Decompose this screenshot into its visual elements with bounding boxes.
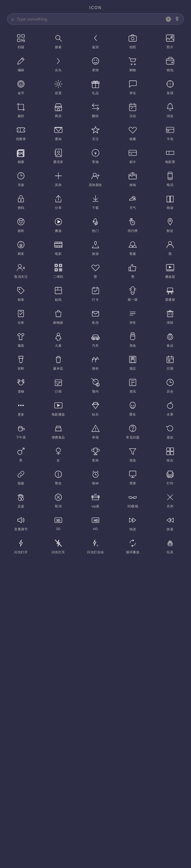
icon-item-star[interactable]: 关注 bbox=[77, 122, 114, 145]
icon-item-share[interactable]: 分享 bbox=[39, 191, 76, 214]
icon-item-dm[interactable]: 私信 bbox=[77, 305, 114, 329]
icon-item-qrcode[interactable]: 二维码 bbox=[39, 259, 76, 282]
icon-item-children[interactable]: 儿童 bbox=[39, 329, 76, 351]
icon-item-player[interactable]: 播放器 bbox=[152, 259, 189, 282]
icon-item-review[interactable]: 评价 bbox=[114, 305, 151, 329]
icon-item-activity[interactable]: 活动 bbox=[114, 99, 151, 122]
icon-item-play[interactable]: 播放 bbox=[39, 214, 76, 237]
icon-item-3d[interactable]: 3D3D bbox=[39, 512, 76, 535]
icon-item-diamond[interactable]: 钻石 bbox=[77, 397, 114, 420]
icon-item-fastfwd[interactable]: 快进 bbox=[114, 512, 151, 535]
icon-item-vipseat[interactable]: VIPvip座 bbox=[77, 489, 114, 512]
icon-item-beauty[interactable]: 美妆 bbox=[114, 329, 151, 351]
icon-item-combine[interactable]: 组合 bbox=[152, 443, 189, 466]
icon-item-weather[interactable]: 天气 bbox=[114, 191, 151, 214]
icon-item-password[interactable]: 密码 bbox=[2, 191, 39, 214]
icon-item-edit[interactable]: 编辑 bbox=[2, 53, 39, 76]
icon-item-comment[interactable]: 评论 bbox=[114, 76, 151, 99]
icon-item-shake[interactable]: 摇一摇 bbox=[114, 282, 151, 305]
icon-item-task[interactable]: 任务 bbox=[2, 305, 39, 329]
icon-item-popcorn[interactable]: 爆米花 bbox=[39, 351, 76, 374]
icon-item-collect[interactable]: 收藏 bbox=[114, 122, 151, 145]
icon-item-flashauto[interactable]: A闪光灯自动 bbox=[77, 535, 114, 558]
icon-item-pet[interactable]: 宠物 bbox=[2, 374, 39, 397]
icon-item-hot[interactable]: 热门 bbox=[77, 214, 114, 237]
icon-item-male[interactable]: 男 bbox=[2, 443, 39, 466]
icon-item-money[interactable]: ¥零钱 bbox=[77, 145, 114, 168]
icon-item-car[interactable]: 汽车 bbox=[77, 329, 114, 351]
icon-item-shoppingbag[interactable]: 购物袋 bbox=[39, 305, 76, 329]
clear-icon[interactable]: ✕ bbox=[166, 17, 171, 22]
icon-item-travel[interactable]: 旅游 bbox=[77, 237, 114, 259]
icon-item-close[interactable]: 关闭 bbox=[152, 489, 189, 512]
icon-item-clothes[interactable]: 服装 bbox=[2, 329, 39, 351]
icon-item-alarm[interactable]: 闹钟 bbox=[77, 466, 114, 489]
icon-item-rank[interactable]: 排行榜 bbox=[114, 214, 151, 237]
icon-item-add[interactable]: 添加 bbox=[39, 168, 76, 191]
icon-item-coin[interactable]: ¥金币 bbox=[2, 76, 39, 99]
icon-item-thumbup[interactable]: 赞 bbox=[114, 259, 151, 282]
icon-item-screen[interactable]: 弹屏 bbox=[114, 466, 151, 489]
icon-item-cancel[interactable]: 取消 bbox=[39, 489, 76, 512]
icon-item-like[interactable]: 赞 bbox=[77, 259, 114, 282]
icon-item-nearby[interactable]: 附近 bbox=[152, 214, 189, 237]
icon-item-flashoff[interactable]: 闪光灯关 bbox=[39, 535, 76, 558]
icon-item-recharge[interactable]: 充值 bbox=[2, 168, 39, 191]
icon-item-anon[interactable]: 匿名 bbox=[114, 397, 151, 420]
icon-item-history[interactable]: 历史 bbox=[152, 374, 189, 397]
icon-item-settings[interactable]: 设置 bbox=[39, 76, 76, 99]
icon-item-swipe[interactable]: 刷卡 bbox=[114, 145, 151, 168]
icon-item-cart[interactable]: 购物 bbox=[114, 53, 151, 76]
icon-item-addfriend[interactable]: 添加朋友 bbox=[77, 168, 114, 191]
icon-item-reserve[interactable]: 预约 bbox=[77, 374, 114, 397]
icon-item-me[interactable]: 我 bbox=[152, 237, 189, 259]
icon-item-drink[interactable]: 饮料 bbox=[2, 351, 39, 374]
icon-item-read[interactable]: 阅读 bbox=[152, 191, 189, 214]
icon-item-discover[interactable]: 发现 bbox=[152, 76, 189, 99]
icon-item-wealth[interactable]: 财富 bbox=[2, 237, 39, 259]
icon-item-trophy[interactable]: 奖杯 bbox=[77, 443, 114, 466]
icon-item-notification[interactable]: 消息 bbox=[152, 99, 189, 122]
icon-item-movie[interactable]: 电影 bbox=[39, 237, 76, 259]
icon-item-seats[interactable]: 普通座 bbox=[152, 282, 189, 305]
icon-item-shop[interactable]: 商店 bbox=[39, 99, 76, 122]
icon-item-flip[interactable]: 翻转 bbox=[77, 99, 114, 122]
icon-item-emoji[interactable]: 表情 bbox=[77, 53, 114, 76]
icon-item-checkin[interactable]: 打卡 bbox=[77, 282, 114, 305]
icon-item-photo[interactable]: 照片 bbox=[152, 30, 189, 53]
icon-item-album[interactable]: 相册 bbox=[2, 145, 39, 168]
icon-item-filter[interactable]: 筛选 bbox=[114, 443, 151, 466]
icon-item-movplay[interactable]: 电影播放 bbox=[39, 397, 76, 420]
icon-item-flashon[interactable]: 闪光灯开 bbox=[2, 535, 39, 558]
icon-item-fastfood[interactable]: 便携食品 bbox=[39, 420, 76, 443]
icon-item-print[interactable]: 打印 bbox=[152, 466, 189, 489]
icon-item-toy[interactable]: 玩具 bbox=[152, 535, 189, 558]
icon-item-phone[interactable]: 电话 bbox=[152, 168, 189, 191]
icon-item-receivemoney[interactable]: 收钱 bbox=[114, 168, 151, 191]
icon-item-volume[interactable]: 音量调节 bbox=[2, 512, 39, 535]
icon-item-download[interactable]: 下载 bbox=[77, 191, 114, 214]
icon-item-back[interactable]: 返回 bbox=[77, 30, 114, 53]
icon-item-hotel[interactable]: 酒店 bbox=[114, 351, 151, 374]
icon-item-faq[interactable]: 常见问题 bbox=[114, 420, 151, 443]
icon-item-subscribe[interactable]: 订阅 bbox=[39, 374, 76, 397]
icon-item-food[interactable]: 食品 bbox=[152, 329, 189, 351]
icon-item-sticker[interactable]: 贴纸 bbox=[39, 282, 76, 305]
icon-item-tag[interactable]: 标签 bbox=[2, 282, 39, 305]
icon-item-loopplay[interactable]: 循环播放 bbox=[114, 535, 151, 558]
icon-item-hd[interactable]: HDHD bbox=[77, 512, 114, 535]
icon-item-contacts[interactable]: 通讯录 bbox=[39, 145, 76, 168]
icon-item-foot[interactable]: 足迹 bbox=[2, 489, 39, 512]
icon-item-more[interactable]: 更多 bbox=[2, 397, 39, 420]
icon-item-refund[interactable]: 退款 bbox=[152, 420, 189, 443]
icon-item-coupon[interactable]: 优惠券 bbox=[2, 122, 39, 145]
icon-item-report[interactable]: 举报 bbox=[77, 420, 114, 443]
icon-item-3dglasses[interactable]: 3D眼镜 bbox=[114, 489, 151, 512]
icon-item-scan[interactable]: 扫描 bbox=[2, 30, 39, 53]
icon-item-search[interactable]: 搜索 bbox=[39, 30, 76, 53]
icon-item-news[interactable]: 资讯 bbox=[114, 374, 151, 397]
icon-item-tea[interactable]: 下午茶 bbox=[2, 420, 39, 443]
icon-item-notify[interactable]: 通知 bbox=[39, 122, 76, 145]
icon-item-female[interactable]: 女 bbox=[39, 443, 76, 466]
icon-item-ticket[interactable]: 电影票 bbox=[152, 145, 189, 168]
